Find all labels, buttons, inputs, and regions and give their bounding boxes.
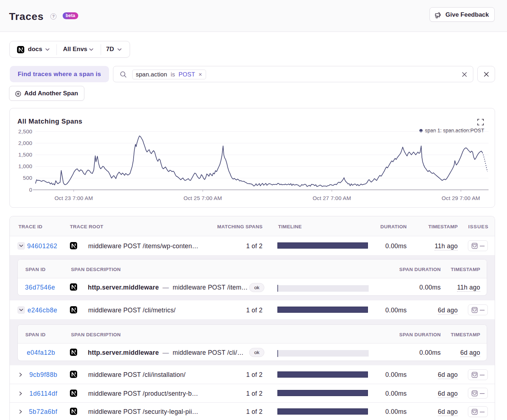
svg-text:0: 0 — [29, 187, 32, 193]
svg-text:Oct 25 7:00 AM: Oct 25 7:00 AM — [184, 195, 222, 201]
svg-text:Oct 23 7:00 AM: Oct 23 7:00 AM — [54, 195, 93, 201]
svg-text:1,000: 1,000 — [18, 163, 32, 169]
svg-text:500: 500 — [23, 175, 32, 181]
svg-text:Oct 29 7:00 AM: Oct 29 7:00 AM — [442, 195, 480, 201]
svg-text:Oct 27 7:00 AM: Oct 27 7:00 AM — [313, 195, 351, 201]
svg-text:1,500: 1,500 — [18, 151, 32, 158]
svg-text:2,000: 2,000 — [18, 140, 32, 146]
svg-text:2,500: 2,500 — [18, 128, 32, 134]
